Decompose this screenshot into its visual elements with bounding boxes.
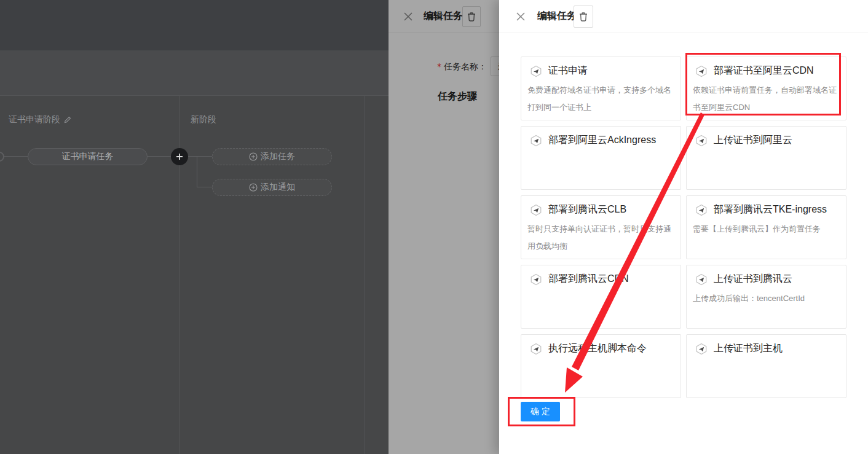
stage-title-text: 证书申请阶段 (9, 114, 60, 125)
confirm-button[interactable]: 确 定 (521, 402, 560, 421)
task-card-deploy-aliyun-ackingress[interactable]: 部署到阿里云AckIngress (521, 126, 681, 190)
flow-connector (4, 156, 28, 157)
circle-plus-icon (249, 183, 258, 192)
task-type-icon (695, 135, 708, 147)
task-type-icon (530, 65, 542, 77)
card-description: 上传成功后输出：tencentCertId (693, 290, 840, 307)
stage-title-new-stage: 新阶段 (191, 114, 216, 125)
task-card-deploy-tencent-tke-ingress[interactable]: 部署到腾讯云TKE-ingress 需要【上传到腾讯云】作为前置任务 (686, 195, 846, 259)
card-description: 免费通配符域名证书申请，支持多个域名打到同一个证书上 (527, 82, 674, 116)
picker-header: 编辑任务 (499, 0, 868, 33)
flow-connector (188, 156, 212, 157)
close-icon[interactable] (515, 11, 526, 22)
task-type-card-grid: 证书申请 免费通配符域名证书申请，支持多个域名打到同一个证书上 部署证书至阿里云… (521, 57, 846, 398)
card-title: 部署到阿里云AckIngress (548, 134, 656, 147)
plus-icon (176, 153, 183, 160)
task-type-icon (530, 273, 542, 286)
card-title: 证书申请 (548, 65, 588, 77)
card-title: 部署到腾讯云TKE-ingress (714, 203, 827, 216)
add-stage-plus-button (171, 148, 188, 165)
add-task-button-dimmed: 添加任务 (212, 148, 332, 165)
task-card-cert-apply[interactable]: 证书申请 免费通配符域名证书申请，支持多个域名打到同一个证书上 (521, 57, 681, 120)
task-type-icon (530, 343, 542, 355)
task-card-deploy-aliyun-cdn[interactable]: 部署证书至阿里云CDN 依赖证书申请前置任务，自动部署域名证书至阿里云CDN (686, 57, 846, 120)
add-notice-button-dimmed: 添加通知 (212, 179, 332, 196)
card-title: 部署证书至阿里云CDN (714, 65, 814, 77)
add-task-label: 添加任务 (261, 151, 295, 162)
picker-title: 编辑任务 (537, 10, 577, 23)
workflow-canvas: 证书申请阶段 新阶段 证书申请任务 添加任务 (0, 0, 389, 454)
task-type-icon (695, 204, 708, 216)
stage-divider (365, 96, 365, 454)
delete-task-button[interactable] (574, 6, 593, 28)
task-type-icon (695, 343, 708, 355)
task-type-icon (695, 273, 708, 286)
task-type-picker-drawer: 编辑任务 证书申请 免费通配符域名证书申请，支持多个域名打到同一个证书上 (499, 0, 868, 454)
task-card-remote-script[interactable]: 执行远程主机脚本命令 (521, 334, 681, 398)
task-card-upload-host[interactable]: 上传证书到主机 (686, 334, 846, 398)
pipeline-toolbar-dimmed (0, 50, 389, 96)
card-title: 部署到腾讯云CLB (548, 203, 626, 216)
task-type-icon (695, 65, 708, 77)
task-card-deploy-tencent-cdn[interactable]: 部署到腾讯云CDN (521, 265, 681, 329)
trash-icon (579, 12, 588, 22)
task-card-upload-tencent[interactable]: 上传证书到腾讯云 上传成功后输出：tencentCertId (686, 265, 846, 329)
app-header-dimmed (0, 0, 389, 50)
card-title: 上传证书到主机 (714, 342, 783, 355)
flow-connector (197, 187, 212, 187)
stage-title-cert-apply: 证书申请阶段 (9, 114, 71, 125)
add-notice-label: 添加通知 (261, 182, 295, 193)
task-card-upload-aliyun[interactable]: 上传证书到阿里云 (686, 126, 846, 190)
circle-plus-icon (249, 152, 258, 161)
task-type-icon (530, 204, 542, 216)
card-description: 暂时只支持单向认证证书，暂时只支持通用负载均衡 (527, 221, 674, 255)
task-node-cert-apply: 证书申请任务 (28, 148, 148, 165)
page: 证书申请阶段 新阶段 证书申请任务 添加任务 (0, 0, 868, 454)
card-title: 部署到腾讯云CDN (548, 273, 629, 286)
card-description: 依赖证书申请前置任务，自动部署域名证书至阿里云CDN (693, 82, 840, 116)
card-title: 执行远程主机脚本命令 (548, 342, 647, 355)
stage-title-text: 新阶段 (191, 114, 216, 125)
edit-pencil-icon (64, 116, 71, 123)
card-title: 上传证书到阿里云 (714, 134, 792, 147)
flow-connector (197, 156, 197, 187)
task-card-deploy-tencent-clb[interactable]: 部署到腾讯云CLB 暂时只支持单向认证证书，暂时只支持通用负载均衡 (521, 195, 681, 259)
task-type-icon (530, 135, 542, 147)
task-node-label: 证书申请任务 (62, 151, 114, 162)
flow-start-node (0, 152, 4, 162)
flow-connector (148, 156, 172, 157)
card-description: 需要【上传到腾讯云】作为前置任务 (693, 221, 840, 238)
card-title: 上传证书到腾讯云 (714, 273, 792, 286)
